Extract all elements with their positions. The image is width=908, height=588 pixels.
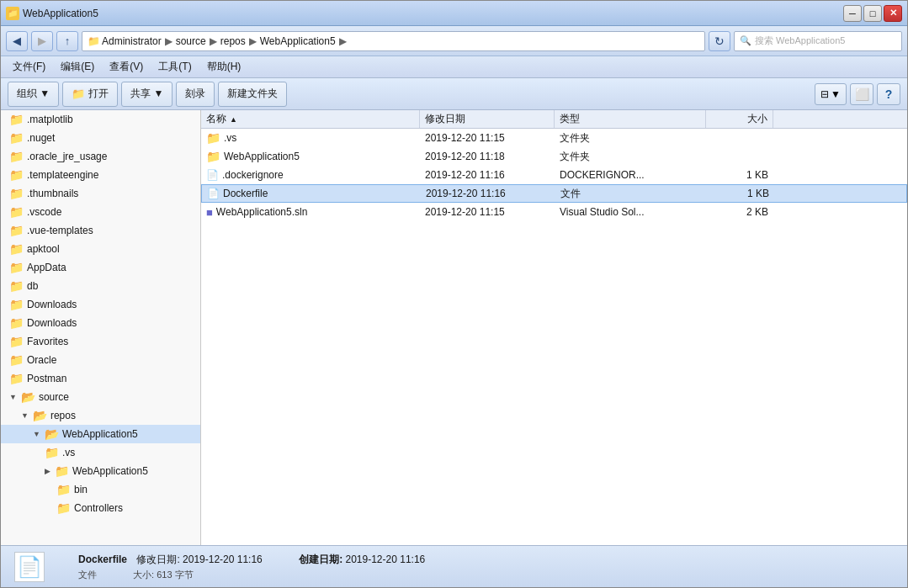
menu-file[interactable]: 文件(F) xyxy=(6,58,52,76)
sidebar-item-postman[interactable]: 📁 Postman xyxy=(1,369,200,388)
file-date: 2019-12-20 11:15 xyxy=(425,206,505,218)
sidebar-item-vs[interactable]: 📁 .vs xyxy=(1,443,200,462)
sidebar-item-label: Postman xyxy=(27,373,66,384)
expand-arrow-repos: ▼ xyxy=(21,411,29,420)
pane-button[interactable]: ⬜ xyxy=(850,83,873,105)
forward-button[interactable]: ▶ xyxy=(31,31,53,51)
sidebar-item-templateengine[interactable]: 📁 .templateengine xyxy=(1,166,200,184)
sidebar-item-label: .matplotlib xyxy=(27,114,73,125)
file-date: 2019-12-20 11:15 xyxy=(425,132,505,144)
menu-view[interactable]: 查看(V) xyxy=(103,58,150,76)
file-type: 文件 xyxy=(560,187,581,201)
new-folder-button[interactable]: 新建文件夹 xyxy=(218,82,287,107)
sidebar-item-repos[interactable]: ▼ 📂 repos xyxy=(1,406,200,425)
sidebar-item-vue-templates[interactable]: 📁 .vue-templates xyxy=(1,221,200,240)
sidebar-item-controllers[interactable]: 📁 Controllers xyxy=(1,499,200,517)
view-toggle-button[interactable]: ⊟ ▼ xyxy=(815,83,847,105)
col-header-name[interactable]: 名称 ▲ xyxy=(201,110,420,128)
file-cell-name: 📁 .vs xyxy=(201,129,420,147)
sidebar-item-label: repos xyxy=(50,410,76,421)
status-type-label: 文件 xyxy=(78,569,97,580)
titlebar: 📁 WebApplication5 ─ □ ✕ xyxy=(1,1,907,26)
file-cell-date: 2019-12-20 11:15 xyxy=(420,129,555,147)
file-row-sln[interactable]: ■ WebApplication5.sln 2019-12-20 11:15 V… xyxy=(201,203,907,221)
sidebar-item-vscode[interactable]: 📁 .vscode xyxy=(1,203,200,221)
share-button[interactable]: 共享 ▼ xyxy=(121,82,173,107)
file-row-dockerignore[interactable]: 📄 .dockerignore 2019-12-20 11:16 DOCKERI… xyxy=(201,166,907,184)
file-row-dockerfile[interactable]: 📄 Dockerfile 2019-12-20 11:16 文件 1 KB xyxy=(201,184,907,203)
file-cell-name: 📄 Dockerfile xyxy=(202,185,421,202)
col-name-label: 名称 xyxy=(206,112,226,126)
open-button[interactable]: 📁 打开 xyxy=(62,82,118,107)
sidebar-item-apktool[interactable]: 📁 apktool xyxy=(1,240,200,258)
refresh-button[interactable]: ↻ xyxy=(709,31,730,51)
menu-help[interactable]: 帮助(H) xyxy=(200,58,248,76)
open-icon: 📁 xyxy=(72,87,85,100)
file-date: 2019-12-20 11:16 xyxy=(425,169,505,181)
sidebar-item-appdata[interactable]: 📁 AppData xyxy=(1,258,200,277)
file-row-vs[interactable]: 📁 .vs 2019-12-20 11:15 文件夹 xyxy=(201,129,907,147)
sidebar-item-label: .oracle_jre_usage xyxy=(27,151,107,162)
close-button[interactable]: ✕ xyxy=(884,5,902,22)
view-dropdown-icon: ▼ xyxy=(831,88,841,100)
sidebar-item-oracle[interactable]: 📁 .oracle_jre_usage xyxy=(1,147,200,166)
col-header-size[interactable]: 大小 xyxy=(706,110,773,128)
vs-icon: ■ xyxy=(206,206,213,219)
col-header-date[interactable]: 修改日期 xyxy=(420,110,555,128)
folder-icon: 📁 xyxy=(9,261,24,274)
menu-tools[interactable]: 工具(T) xyxy=(151,58,198,76)
sidebar-item-nuget[interactable]: 📁 .nuget xyxy=(1,129,200,147)
file-list-container: 名称 ▲ 修改日期 类型 大小 📁 .vs xyxy=(201,110,907,545)
sidebar-item-favorites[interactable]: 📁 Favorites xyxy=(1,332,200,351)
breadcrumb-sep4: ▶ xyxy=(339,35,347,47)
status-filename: Dockerfile xyxy=(78,554,127,565)
file-cell-size: 2 KB xyxy=(706,203,773,221)
sidebar-item-source[interactable]: ▼ 📂 source xyxy=(1,388,200,406)
file-cell-name: 📄 .dockerignore xyxy=(201,166,420,184)
sidebar-item-thumbnails[interactable]: 📁 .thumbnails xyxy=(1,184,200,203)
col-header-type[interactable]: 类型 xyxy=(555,110,706,128)
minimize-button[interactable]: ─ xyxy=(843,5,862,22)
breadcrumb-sep2: ▶ xyxy=(210,35,217,47)
expand-arrow-source: ▼ xyxy=(9,393,17,401)
search-bar[interactable]: 🔍 搜索 WebApplication5 xyxy=(734,31,902,51)
sidebar-item-webapplication5-child[interactable]: ▶ 📁 WebApplication5 xyxy=(1,462,200,480)
sidebar-item-label: Downloads xyxy=(27,299,77,310)
file-name: .dockerignore xyxy=(222,169,284,181)
folder-icon: 📁 xyxy=(9,316,24,330)
burn-button[interactable]: 刻录 xyxy=(176,82,215,107)
sidebar-item-oracle2[interactable]: 📁 Oracle xyxy=(1,351,200,369)
sidebar-item-downloads1[interactable]: 📁 Downloads xyxy=(1,295,200,314)
menu-edit[interactable]: 编辑(E) xyxy=(54,58,101,76)
maximize-button[interactable]: □ xyxy=(863,5,882,22)
file-cell-date: 2019-12-20 11:16 xyxy=(420,166,555,184)
sidebar-item-bin[interactable]: 📁 bin xyxy=(1,480,200,499)
file-row-webapp5[interactable]: 📁 WebApplication5 2019-12-20 11:18 文件夹 xyxy=(201,147,907,166)
toolbar-right: ⊟ ▼ ⬜ ? xyxy=(815,83,900,105)
doc-icon: 📄 xyxy=(207,188,220,199)
sidebar-item-downloads2[interactable]: 📁 Downloads xyxy=(1,314,200,332)
status-created-spacer: 创建日期: xyxy=(299,554,345,565)
sidebar-item-db[interactable]: 📁 db xyxy=(1,277,200,295)
breadcrumb-webapp: WebApplication5 xyxy=(260,35,336,47)
file-type: 文件夹 xyxy=(560,150,590,164)
new-folder-label: 新建文件夹 xyxy=(227,87,278,101)
file-cell-name: 📁 WebApplication5 xyxy=(201,147,420,166)
sidebar-item-label: .nuget xyxy=(27,132,55,144)
status-modified-date: 2019-12-20 11:16 xyxy=(183,554,263,565)
organize-label: 组织 ▼ xyxy=(17,87,50,101)
address-breadcrumb[interactable]: 📁 Administrator ▶ source ▶ repos ▶ WebAp… xyxy=(82,31,705,51)
organize-button[interactable]: 组织 ▼ xyxy=(8,82,59,107)
up-button[interactable]: ↑ xyxy=(56,31,78,51)
status-created-date: 2019-12-20 11:16 xyxy=(345,554,425,565)
menubar: 文件(F) 编辑(E) 查看(V) 工具(T) 帮助(H) xyxy=(1,56,907,78)
back-button[interactable]: ◀ xyxy=(6,31,28,51)
sidebar-item-webapplication5[interactable]: ▼ 📂 WebApplication5 xyxy=(1,425,200,443)
file-date: 2019-12-20 11:16 xyxy=(426,188,506,199)
file-name: WebApplication5.sln xyxy=(216,206,308,218)
folder-icon: 📁 xyxy=(55,464,69,478)
sidebar-item-matplotlib[interactable]: 📁 .matplotlib xyxy=(1,110,200,129)
folder-icon: 📁 xyxy=(56,483,71,496)
help-button[interactable]: ? xyxy=(877,83,900,105)
file-size: 2 KB xyxy=(746,206,768,218)
